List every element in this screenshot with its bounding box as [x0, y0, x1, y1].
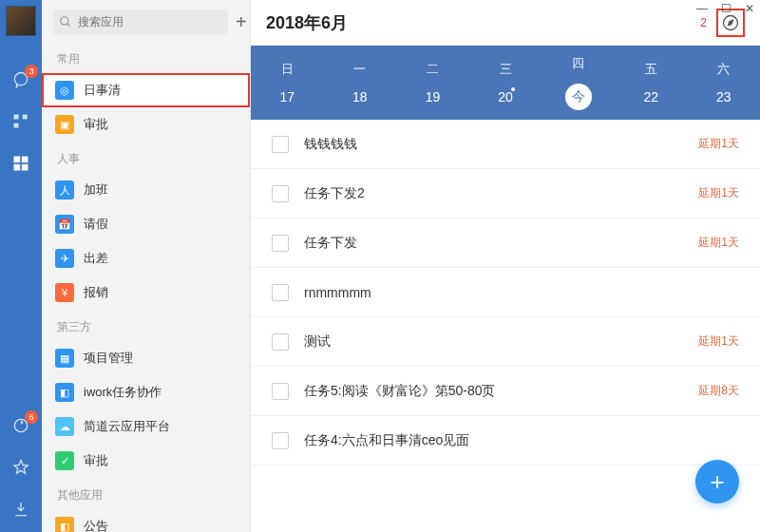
sidebar-item-label: 项目管理 — [84, 350, 133, 367]
task-row[interactable]: 任务下发2延期1天 — [251, 169, 760, 218]
task-checkbox[interactable] — [272, 185, 289, 202]
download-icon[interactable] — [11, 500, 30, 519]
task-row[interactable]: 钱钱钱钱延期1天 — [251, 120, 760, 169]
app-icon: ✓ — [55, 451, 74, 470]
minimize-button[interactable]: — — [696, 2, 708, 15]
sidebar-item[interactable]: ◎日事清1 — [42, 73, 250, 107]
app-icon: ▣ — [55, 115, 74, 134]
sidebar-item-label: 报销 — [84, 284, 108, 301]
star-icon[interactable] — [11, 458, 30, 477]
sidebar-item-label: 请假 — [84, 216, 108, 233]
day-number: 20 — [498, 89, 513, 104]
svg-rect-6 — [14, 164, 21, 171]
day-of-week: 一 — [353, 61, 366, 78]
sidebar-item-label: iwork任务协作 — [84, 384, 162, 401]
svg-rect-1 — [14, 115, 19, 120]
svg-rect-2 — [23, 115, 28, 120]
task-title: 任务下发2 — [304, 185, 698, 202]
sidebar-item-label: 日事清 — [84, 82, 121, 99]
refresh-icon[interactable]: 6 — [11, 416, 30, 435]
task-checkbox[interactable] — [272, 333, 289, 351]
task-row[interactable]: 任务下发延期1天 — [251, 218, 760, 268]
add-task-fab[interactable]: + — [695, 460, 739, 504]
task-title: rnmmmmm — [304, 285, 739, 300]
chat-icon[interactable]: 3 — [11, 70, 30, 89]
page-title: 2018年6月 — [266, 11, 348, 34]
task-row[interactable]: 测试延期1天 — [251, 317, 760, 367]
sidebar-item[interactable]: ✈出差 — [42, 241, 250, 276]
sidebar-item[interactable]: ✓审批 — [42, 444, 250, 478]
day-number: 17 — [280, 89, 295, 104]
update-badge: 6 — [25, 410, 38, 424]
task-checkbox[interactable] — [272, 235, 289, 252]
sidebar-item[interactable]: ¥报销 — [42, 276, 250, 310]
day-of-week: 日 — [281, 61, 294, 78]
svg-rect-3 — [14, 124, 19, 128]
grid-icon[interactable] — [11, 154, 30, 173]
task-tag: 延期8天 — [698, 383, 739, 399]
app-icon: ✈ — [55, 249, 74, 268]
section-title: 常用 — [42, 42, 250, 73]
task-title: 任务4:六点和日事清ceo见面 — [304, 432, 739, 449]
day-column[interactable]: 日17 — [251, 46, 324, 120]
task-row[interactable]: 任务5:阅读《财富论》第50-80页延期8天 — [251, 367, 760, 416]
task-tag: 延期1天 — [698, 136, 739, 152]
sidebar-item-label: 出差 — [84, 250, 108, 267]
left-rail: 3 6 — [0, 0, 42, 532]
event-dot — [511, 87, 515, 91]
sidebar-item[interactable]: ▦项目管理 — [42, 341, 250, 375]
task-list[interactable]: 钱钱钱钱延期1天任务下发2延期1天任务下发延期1天rnmmmmm测试延期1天任务… — [251, 120, 760, 532]
task-title: 任务下发 — [304, 235, 698, 252]
search-input[interactable] — [53, 10, 228, 34]
day-of-week: 六 — [717, 61, 730, 78]
day-column[interactable]: 六23 — [687, 46, 760, 120]
sidebar-item[interactable]: ◧公告 — [42, 509, 250, 532]
day-number: 23 — [716, 89, 732, 104]
week-row: 日17一18二19三20四今五22六23 — [251, 46, 760, 120]
app-icon: 人 — [55, 180, 74, 200]
sidebar-item-label: 审批 — [84, 116, 108, 133]
task-title: 测试 — [304, 333, 698, 351]
day-number: 18 — [352, 89, 368, 104]
task-tag: 延期1天 — [698, 235, 739, 251]
window-controls: — ☐ ✕ — [696, 2, 754, 15]
add-app-button[interactable]: + — [236, 10, 247, 34]
day-column[interactable]: 三20 — [469, 46, 542, 120]
sidebar-item-label: 审批 — [84, 452, 108, 469]
task-row[interactable]: rnmmmmm — [251, 268, 760, 317]
day-column[interactable]: 二19 — [396, 46, 469, 120]
svg-rect-4 — [14, 157, 21, 163]
task-checkbox[interactable] — [272, 284, 289, 301]
sidebar-item[interactable]: 人加班 — [42, 173, 250, 207]
app-icon: ▦ — [55, 349, 74, 368]
maximize-button[interactable]: ☐ — [721, 2, 732, 15]
day-number: 22 — [643, 89, 658, 104]
sidebar-item[interactable]: ◧iwork任务协作 — [42, 375, 250, 409]
task-checkbox[interactable] — [272, 136, 289, 153]
sidebar-item[interactable]: 📅请假 — [42, 207, 250, 241]
avatar[interactable] — [6, 6, 36, 36]
apps-icon[interactable] — [11, 112, 30, 131]
sidebar-item-label: 公告 — [84, 518, 108, 532]
task-row[interactable]: 任务4:六点和日事清ceo见面 — [251, 416, 760, 466]
search-row: + — [42, 10, 250, 42]
task-checkbox[interactable] — [272, 383, 289, 400]
sidebar-item[interactable]: ☁简道云应用平台 — [42, 409, 250, 444]
sidebar: + 常用◎日事清1▣审批人事人加班📅请假✈出差¥报销第三方▦项目管理◧iwork… — [42, 0, 251, 532]
day-column[interactable]: 四今 — [542, 46, 615, 120]
app-icon: ¥ — [55, 283, 74, 302]
sidebar-item[interactable]: ▣审批 — [42, 107, 250, 142]
day-of-week: 二 — [427, 61, 439, 78]
task-checkbox[interactable] — [272, 432, 289, 449]
svg-rect-7 — [22, 164, 28, 171]
day-of-week: 四 — [572, 55, 584, 72]
section-title: 第三方 — [42, 310, 250, 341]
day-number: 19 — [426, 89, 441, 104]
section-title: 其他应用 — [42, 478, 250, 509]
header: 2018年6月 2 — [251, 0, 760, 46]
section-title: 人事 — [42, 142, 250, 173]
task-title: 任务5:阅读《财富论》第50-80页 — [304, 383, 698, 400]
day-column[interactable]: 一18 — [324, 46, 397, 120]
close-button[interactable]: ✕ — [745, 2, 754, 15]
day-column[interactable]: 五22 — [615, 46, 688, 120]
